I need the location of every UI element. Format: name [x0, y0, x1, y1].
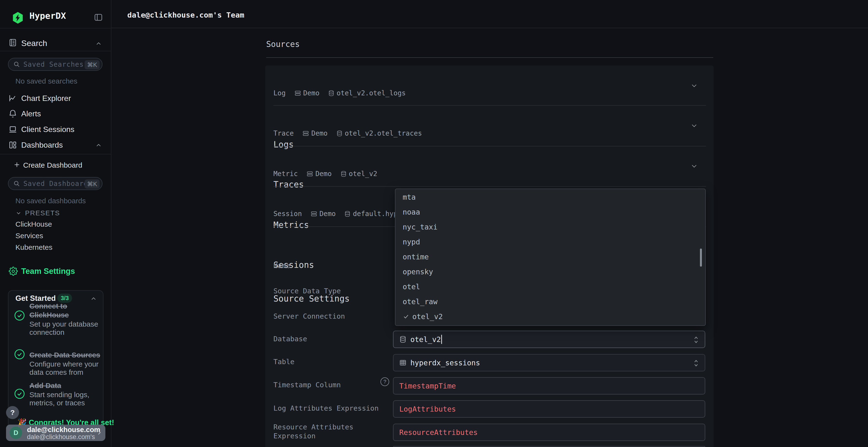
sidebar-item-clickhouse[interactable]: ClickHouse — [16, 220, 52, 228]
source-connection: Demo — [311, 129, 328, 137]
user-team-name: dale@clickhouse.com's — [27, 433, 95, 441]
dropdown-option[interactable]: ontime — [396, 249, 695, 264]
check-icon — [403, 313, 409, 320]
chevron-up-icon — [95, 142, 102, 149]
dropdown-option[interactable]: nyc_taxi — [396, 219, 695, 234]
timestamp-value: TimestampTime — [399, 382, 456, 390]
sidebar-divider — [0, 51, 111, 51]
dropdown-option[interactable]: opensky — [396, 264, 695, 279]
source-row-title: Logs — [273, 140, 294, 149]
saved-searches-placeholder: Saved Searches — [23, 61, 84, 68]
dropdown-option[interactable]: mta — [396, 190, 695, 204]
chevron-up-icon — [95, 40, 102, 47]
chevron-selector-icon — [693, 358, 700, 368]
presets-toggle[interactable]: PRESETS — [16, 209, 97, 218]
source-type: Trace — [273, 129, 294, 137]
log-attributes-input[interactable]: LogAttributes — [393, 400, 705, 418]
saved-dashboards-placeholder: Saved Dashboards — [23, 180, 92, 187]
source-table: otel_v2 — [349, 170, 377, 178]
sidebar-item-label: Dashboards — [21, 141, 63, 149]
get-started-item[interactable]: Add Data Start sending logs, metrics, or… — [29, 381, 102, 407]
presets-label: PRESETS — [25, 209, 60, 217]
source-row-meta[interactable]: Metric Demo otel_v2 — [273, 170, 377, 178]
chevron-down-icon[interactable] — [690, 162, 698, 170]
no-saved-dashboards-note: No saved dashboards — [16, 197, 86, 205]
text-cursor — [441, 335, 442, 344]
get-started-item-title: Add Data — [29, 381, 102, 390]
chart-line-icon — [8, 94, 18, 103]
sources-divider — [266, 57, 713, 58]
chevron-right-icon — [96, 429, 103, 436]
option-label: noaa — [403, 208, 420, 216]
table-select[interactable]: hyperdx_sessions — [393, 354, 705, 371]
create-dashboard-button[interactable]: Create Dashboard — [0, 157, 111, 172]
laptop-icon — [8, 125, 18, 134]
sidebar-item-kubernetes[interactable]: Kubernetes — [16, 243, 52, 251]
source-row-meta[interactable]: Log Demo otel_v2.otel_logs — [273, 89, 406, 97]
sidebar-item-label: Chart Explorer — [21, 94, 71, 103]
dropdown-option-selected[interactable]: otel_v2 — [396, 309, 695, 324]
saved-dashboards-input[interactable]: Saved Dashboards ⌘K — [8, 177, 102, 190]
server-icon — [302, 130, 309, 137]
chevron-up-icon[interactable] — [90, 295, 97, 302]
user-menu[interactable]: D dale@clickhouse.com dale@clickhouse.co… — [6, 424, 105, 441]
field-label-resource-attributes-1: Resource Attributes — [273, 423, 353, 431]
sidebar-divider — [0, 154, 111, 154]
database-icon — [344, 210, 350, 217]
shortcut-badge: ⌘K — [85, 179, 100, 188]
sidebar-item-alerts[interactable]: Alerts — [0, 106, 111, 122]
sidebar-item-chart-explorer[interactable]: Chart Explorer — [0, 91, 111, 106]
sidebar-item-client-sessions[interactable]: Client Sessions — [0, 122, 111, 137]
help-button[interactable]: ? — [6, 406, 19, 419]
row-divider — [273, 146, 706, 146]
search-section-icon — [8, 38, 18, 47]
source-table: otel_v2.otel_logs — [337, 89, 406, 97]
source-connection: Demo — [319, 210, 336, 218]
get-started-item[interactable]: Connect to ClickHouse Set up your databa… — [29, 302, 102, 337]
option-label: nypd — [403, 238, 420, 246]
sidebar-item-team-settings[interactable]: Team Settings — [0, 264, 111, 279]
dashboard-grid-icon — [8, 140, 18, 149]
source-table: otel_v2.otel_traces — [345, 129, 422, 137]
resource-attributes-input[interactable]: ResourceAttributes — [393, 424, 705, 441]
option-label: mta — [403, 193, 416, 201]
saved-searches-input[interactable]: Saved Searches ⌘K — [8, 58, 102, 71]
row-divider — [273, 105, 706, 106]
chevron-down-icon[interactable] — [690, 122, 698, 130]
database-select[interactable]: otel_v2 — [393, 331, 705, 348]
timestamp-column-input[interactable]: TimestampTime — [393, 377, 705, 394]
topbar: dale@clickhouse.com's Team — [112, 0, 868, 28]
timestamp-help-icon[interactable]: ? — [380, 377, 389, 386]
sidebar-item-services[interactable]: Services — [16, 232, 43, 240]
search-section-label: Search — [21, 38, 47, 48]
sidebar-section-search[interactable]: Search — [0, 35, 111, 50]
source-connection: Demo — [303, 89, 319, 97]
get-started-item-title: Create Data Sources — [29, 350, 102, 359]
option-label: otel_v2 — [412, 312, 443, 321]
field-label-database: Database — [273, 335, 307, 343]
database-icon — [328, 90, 334, 97]
sidebar: HyperDX Search Sav — [0, 0, 112, 447]
database-icon — [340, 171, 347, 177]
source-settings-title: Source Settings — [273, 294, 350, 304]
server-icon — [306, 171, 313, 177]
database-value: otel_v2 — [410, 335, 441, 344]
dropdown-option[interactable]: nypd — [396, 234, 695, 249]
collapse-sidebar-icon[interactable] — [94, 12, 103, 22]
chevron-down-icon[interactable] — [690, 82, 698, 90]
hyperdx-logo-icon — [11, 11, 24, 24]
source-row-title: Traces — [273, 180, 304, 189]
dropdown-option[interactable]: noaa — [396, 204, 695, 219]
get-started-item[interactable]: Create Data Sources Configure where your… — [29, 350, 102, 376]
option-label: opensky — [403, 268, 433, 276]
source-row-meta[interactable]: Trace Demo otel_v2.otel_traces — [273, 129, 422, 137]
dropdown-scrollbar[interactable] — [700, 248, 702, 267]
dropdown-option[interactable]: otel_raw — [396, 294, 695, 309]
dropdown-option[interactable]: otel — [396, 279, 695, 294]
get-started-item-title: Connect to ClickHouse — [29, 302, 102, 319]
search-icon — [13, 61, 20, 68]
avatar: D — [10, 426, 22, 439]
server-icon — [294, 90, 301, 97]
search-icon — [13, 180, 20, 187]
sidebar-item-dashboards[interactable]: Dashboards — [0, 137, 111, 153]
